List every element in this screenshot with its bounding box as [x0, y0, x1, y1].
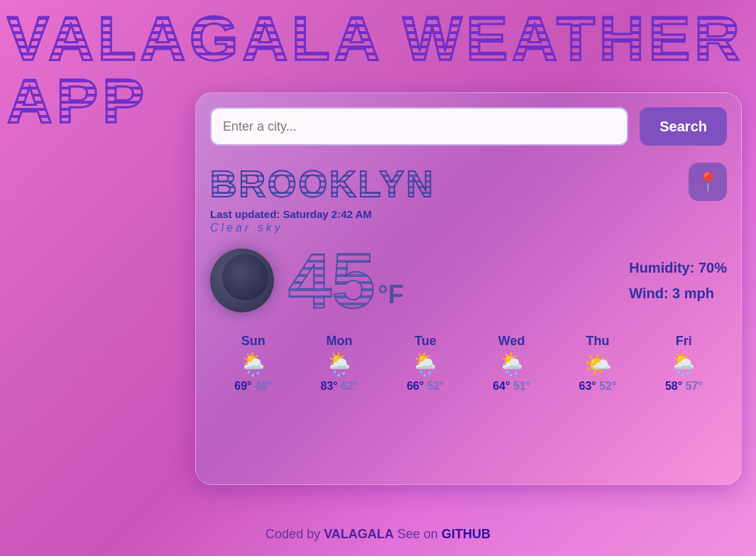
day-name: Mon: [327, 334, 353, 349]
last-updated: Last updated: Saturday 2:42 AM: [210, 208, 727, 220]
day-temps: 63° 52°: [579, 380, 617, 393]
city-info: BROOKLYN Last updated: Saturday 2:42 AM …: [210, 163, 727, 234]
forecast-day: Thu 🌤️ 63° 52°: [554, 334, 640, 393]
high-temp: 64°: [493, 380, 510, 392]
day-name: Thu: [586, 334, 609, 349]
day-icon: 🌦️: [498, 353, 526, 376]
temperature-unit: °F: [378, 280, 403, 309]
github-link[interactable]: GITHUB: [442, 527, 491, 541]
day-icon: 🌦️: [325, 353, 354, 376]
day-name: Fri: [676, 334, 692, 349]
high-temp: 66°: [407, 380, 424, 392]
footer-middle: See on: [394, 527, 442, 541]
forecast-day: Sun 🌦️ 69° 49°: [210, 334, 296, 393]
city-header: BROOKLYN Last updated: Saturday 2:42 AM …: [210, 163, 727, 234]
low-temp: 62°: [341, 380, 358, 392]
high-temp: 83°: [321, 380, 338, 392]
day-temps: 83° 62°: [321, 380, 358, 393]
low-temp: 51°: [513, 380, 530, 392]
condition: Clear sky: [210, 222, 727, 234]
low-temp: 49°: [255, 380, 272, 392]
day-icon: 🌤️: [584, 353, 612, 376]
location-icon: 📍: [696, 171, 719, 193]
city-input[interactable]: [210, 107, 628, 146]
forecast-day: Tue 🌦️ 66° 52°: [383, 334, 469, 393]
temperature-display: 45°F: [288, 241, 404, 320]
forecast-day: Wed 🌦️ 64° 51°: [469, 334, 554, 393]
footer-text: Coded by: [265, 527, 324, 541]
high-temp: 58°: [665, 380, 682, 392]
low-temp: 52°: [599, 380, 616, 392]
humidity-stat: Humidity: 70%: [629, 255, 727, 280]
day-icon: 🌦️: [239, 353, 268, 376]
app-title-line1: VALAGALA WEATHER: [7, 7, 749, 70]
forecast-day: Mon 🌦️ 83° 62°: [296, 334, 382, 393]
day-temps: 58° 57°: [665, 380, 703, 393]
high-temp: 69°: [234, 380, 251, 392]
day-icon: 🌦️: [669, 353, 698, 376]
day-icon: 🌦️: [411, 353, 439, 376]
day-temps: 64° 51°: [493, 380, 530, 393]
footer-brand: VALAGALA: [324, 527, 394, 541]
search-button[interactable]: Search: [640, 107, 727, 146]
forecast-row: Sun 🌦️ 69° 49° Mon 🌦️ 83° 62° Tue 🌦️ 66°…: [210, 334, 727, 393]
low-temp: 52°: [427, 380, 444, 392]
forecast-day: Fri 🌦️ 58° 57°: [641, 334, 727, 393]
day-name: Sun: [241, 334, 265, 349]
location-pin-button[interactable]: 📍: [689, 163, 727, 201]
day-name: Wed: [498, 334, 525, 349]
weather-icon-large: [210, 249, 274, 312]
weather-stats: Humidity: 70% Wind: 3 mph: [629, 255, 727, 306]
temperature-value: 45: [288, 241, 375, 320]
footer: Coded by VALAGALA See on GITHUB: [0, 527, 756, 542]
city-name: BROOKLYN: [210, 163, 435, 205]
weather-card: Search BROOKLYN Last updated: Saturday 2…: [195, 92, 742, 485]
day-name: Tue: [415, 334, 437, 349]
wind-stat: Wind: 3 mph: [629, 280, 727, 306]
high-temp: 63°: [579, 380, 596, 392]
day-temps: 66° 52°: [407, 380, 444, 393]
day-temps: 69° 49°: [234, 380, 272, 393]
current-weather: 45°F Humidity: 70% Wind: 3 mph: [210, 241, 727, 320]
search-row: Search: [210, 107, 727, 146]
low-temp: 57°: [686, 380, 703, 392]
